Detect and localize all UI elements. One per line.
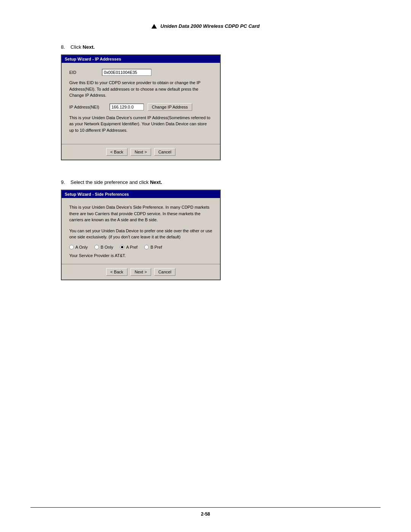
ip-cancel-button[interactable]: Cancel — [154, 148, 175, 156]
change-ip-button[interactable]: Change IP Address — [148, 103, 192, 111]
radio-label-a-only: A Only — [75, 245, 88, 249]
side-preference-radios: A Only B Only A Pref B Pref — [69, 245, 212, 249]
step-9-label: 9. Select the side preference and click … — [61, 179, 381, 185]
step-8-label: 8. Click Next. — [61, 44, 381, 50]
step-8-bold: Next. — [83, 44, 95, 50]
side-preferences-dialog: Setup Wizard - Side Preferences This is … — [61, 190, 221, 280]
side-cancel-button[interactable]: Cancel — [154, 268, 175, 276]
radio-circle-b-pref — [144, 245, 149, 249]
ip-description-2: This is your Uniden Data Device's curren… — [69, 115, 212, 134]
page-footer: 2-58 — [30, 507, 381, 517]
ip-dialog-title: Setup Wizard - IP Addresses — [65, 57, 121, 61]
ip-dialog-titlebar: Setup Wizard - IP Addresses — [62, 55, 220, 63]
step-9-text: Select the side preference and click — [70, 179, 150, 185]
eid-row: EID — [69, 69, 212, 76]
side-next-button[interactable]: Next > — [131, 268, 151, 276]
radio-circle-b-only — [94, 245, 99, 249]
triangle-icon — [151, 24, 157, 29]
service-provider-text: Your Service Provider is AT&T. — [69, 253, 212, 258]
radio-b-pref[interactable]: B Pref — [144, 245, 162, 249]
ip-address-input[interactable] — [110, 104, 144, 110]
radio-a-pref[interactable]: A Pref — [120, 245, 137, 249]
ip-addresses-dialog: Setup Wizard - IP Addresses EID Give thi… — [61, 54, 221, 160]
ip-dialog-footer: < Back Next > Cancel — [62, 144, 220, 160]
side-dialog-footer: < Back Next > Cancel — [62, 264, 220, 280]
eid-label: EID — [69, 70, 100, 75]
radio-label-a-pref: A Pref — [126, 245, 137, 249]
ip-address-label: IP Address(NEI) — [69, 105, 107, 109]
step-8-text: Click — [70, 44, 83, 50]
step-9-bold: Next. — [150, 179, 162, 185]
ip-dialog-content: EID Give this EID to your CDPD service p… — [62, 63, 220, 144]
side-dialog-title: Setup Wizard - Side Preferences — [65, 192, 129, 197]
radio-label-b-pref: B Pref — [150, 245, 162, 249]
radio-a-only[interactable]: A Only — [69, 245, 88, 249]
eid-input[interactable] — [102, 69, 151, 76]
side-description-2: You can set your Uniden Data Device to p… — [69, 228, 212, 240]
side-back-button[interactable]: < Back — [106, 268, 127, 276]
page-number: 2-58 — [201, 511, 210, 517]
ip-next-button[interactable]: Next > — [131, 148, 151, 156]
step-8-number: 8. — [61, 44, 65, 50]
radio-label-b-only: B Only — [100, 245, 113, 249]
ip-back-button[interactable]: < Back — [106, 148, 127, 156]
side-dialog-content: This is your Uniden Data Device's Side P… — [62, 198, 220, 264]
step-9-number: 9. — [61, 179, 65, 185]
radio-circle-a-only — [69, 245, 74, 249]
radio-circle-a-pref — [120, 245, 124, 249]
side-description-1: This is your Uniden Data Device's Side P… — [69, 204, 212, 223]
header-title: Uniden Data 2000 Wireless CDPD PC Card — [161, 23, 260, 29]
step-9-section: 9. Select the side preference and click … — [30, 179, 381, 280]
ip-description-1: Give this EID to your CDPD service provi… — [69, 80, 212, 99]
ip-address-row: IP Address(NEI) Change IP Address — [69, 103, 212, 111]
step-8-section: 8. Click Next. Setup Wizard - IP Address… — [30, 44, 381, 160]
radio-b-only[interactable]: B Only — [94, 245, 113, 249]
page-header: Uniden Data 2000 Wireless CDPD PC Card — [30, 23, 381, 29]
side-dialog-titlebar: Setup Wizard - Side Preferences — [62, 190, 220, 198]
